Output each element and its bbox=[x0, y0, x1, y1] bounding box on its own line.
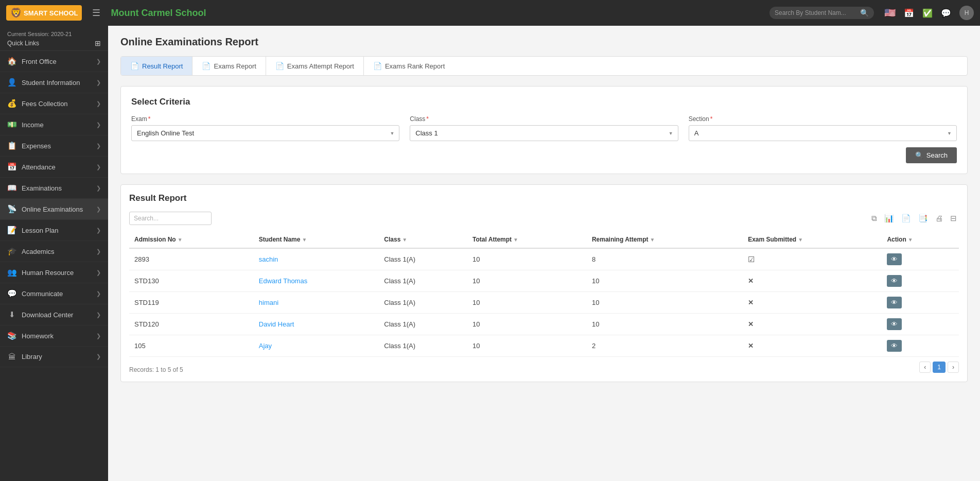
student-link[interactable]: himani bbox=[259, 299, 278, 306]
table-row: 2893 sachin Class 1(A) 10 8 ☑ 👁 bbox=[129, 248, 959, 270]
result-section: Result Report ⧉ 📊 📄 📑 🖨 ⊟ Admission No▼S… bbox=[120, 184, 968, 382]
action-cell: 👁 bbox=[882, 335, 959, 357]
remaining-attempt: 10 bbox=[587, 292, 743, 314]
table-footer: Records: 1 to 5 of 5 ‹ 1 › bbox=[129, 361, 959, 373]
remaining-attempt: 8 bbox=[587, 248, 743, 270]
tab-exams-attempt-report[interactable]: 📄 Exams Attempt Report bbox=[266, 57, 364, 75]
sidebar-item-online-examinations[interactable]: 📡 Online Examinations ❯ bbox=[0, 199, 108, 220]
class-select-wrapper: Class 1 bbox=[410, 125, 678, 141]
grid-icon[interactable]: ⊞ bbox=[95, 39, 101, 47]
sidebar-item-income[interactable]: 💵 Income ❯ bbox=[0, 114, 108, 135]
copy-icon[interactable]: ⧉ bbox=[869, 212, 879, 225]
tab-result-report[interactable]: 📄 Result Report bbox=[121, 57, 192, 75]
chevron-icon-front-office: ❯ bbox=[96, 58, 101, 65]
sidebar-item-library[interactable]: 🏛 Library ❯ bbox=[0, 347, 108, 367]
page-1-btn[interactable]: 1 bbox=[933, 362, 946, 373]
tasks-icon[interactable]: ✅ bbox=[922, 8, 933, 18]
section-select[interactable]: A bbox=[689, 125, 957, 141]
sidebar-item-attendance[interactable]: 📅 Attendance ❯ bbox=[0, 157, 108, 178]
sort-arrow: ▼ bbox=[798, 237, 803, 243]
table-row: 105 Ajay Class 1(A) 10 2 ✕ 👁 bbox=[129, 335, 959, 357]
prev-page-btn[interactable]: ‹ bbox=[919, 362, 931, 373]
sidebar-item-left-income: 💵 Income bbox=[7, 120, 44, 129]
check-icon: ☑ bbox=[748, 255, 755, 264]
tab-exams-rank-report[interactable]: 📄 Exams Rank Report bbox=[364, 57, 454, 75]
search-btn-row: 🔍 Search bbox=[131, 147, 957, 163]
table-body: 2893 sachin Class 1(A) 10 8 ☑ 👁 STD130 E… bbox=[129, 248, 959, 357]
exam-label: Exam* bbox=[131, 115, 399, 123]
chevron-icon-examinations: ❯ bbox=[96, 185, 101, 192]
class-select[interactable]: Class 1 bbox=[410, 125, 678, 141]
view-button[interactable]: 👁 bbox=[887, 275, 902, 287]
sidebar-item-download-center[interactable]: ⬇ Download Center ❯ bbox=[0, 304, 108, 325]
whatsapp-icon[interactable]: 💬 bbox=[941, 8, 951, 18]
student-link[interactable]: David Heart bbox=[259, 320, 294, 328]
sidebar-item-student-information[interactable]: 👤 Student Information ❯ bbox=[0, 72, 108, 93]
sidebar-label-communicate: Communicate bbox=[22, 290, 63, 298]
view-button[interactable]: 👁 bbox=[887, 297, 902, 308]
global-search-icon[interactable]: 🔍 bbox=[860, 9, 869, 17]
result-search-input[interactable] bbox=[129, 212, 212, 225]
student-name: himani bbox=[254, 292, 379, 314]
total-attempt: 10 bbox=[467, 292, 587, 314]
table-header-row: Admission No▼Student Name▼Class▼Total At… bbox=[129, 231, 959, 248]
student-link[interactable]: sachin bbox=[259, 255, 278, 263]
view-button[interactable]: 👁 bbox=[887, 253, 902, 265]
exam-select[interactable]: English Online Test bbox=[131, 125, 399, 141]
tab-label-exams-report: Exams Report bbox=[214, 62, 256, 70]
class-cell: Class 1(A) bbox=[379, 335, 467, 357]
view-button[interactable]: 👁 bbox=[887, 340, 902, 352]
sidebar-icon-examinations: 📖 bbox=[7, 183, 16, 193]
search-btn-icon: 🔍 bbox=[915, 151, 923, 159]
csv-icon[interactable]: 📄 bbox=[899, 212, 913, 225]
sidebar-item-left-online-examinations: 📡 Online Examinations bbox=[7, 204, 83, 214]
sidebar-item-front-office[interactable]: 🏠 Front Office ❯ bbox=[0, 51, 108, 72]
sidebar-icon-academics: 🎓 bbox=[7, 247, 16, 256]
logo[interactable]: 🦁 SMART SCHOOL bbox=[6, 5, 82, 21]
student-name: Ajay bbox=[254, 335, 379, 357]
user-avatar[interactable]: H bbox=[959, 6, 974, 20]
global-search-input[interactable] bbox=[775, 9, 857, 16]
next-page-btn[interactable]: › bbox=[948, 362, 959, 373]
sidebar-label-download-center: Download Center bbox=[22, 311, 73, 319]
sidebar-item-examinations[interactable]: 📖 Examinations ❯ bbox=[0, 178, 108, 199]
sort-arrow: ▼ bbox=[908, 237, 913, 243]
pdf-icon[interactable]: 📑 bbox=[916, 212, 930, 225]
sidebar-item-communicate[interactable]: 💬 Communicate ❯ bbox=[0, 283, 108, 304]
tab-exams-report[interactable]: 📄 Exams Report bbox=[192, 57, 266, 75]
col-remaining-attempt: Remaining Attempt▼ bbox=[587, 231, 743, 248]
student-link[interactable]: Edward Thomas bbox=[259, 277, 307, 285]
global-search-box: 🔍 bbox=[769, 7, 874, 19]
sidebar-item-expenses[interactable]: 📋 Expenses ❯ bbox=[0, 135, 108, 157]
hamburger-icon[interactable]: ☰ bbox=[92, 7, 100, 19]
exam-submitted: ✕ bbox=[743, 292, 882, 314]
flag-icon[interactable]: 🇺🇸 bbox=[884, 7, 896, 19]
print-icon[interactable]: 🖨 bbox=[933, 212, 945, 225]
exam-submitted: ✕ bbox=[743, 314, 882, 335]
sidebar-item-left-front-office: 🏠 Front Office bbox=[7, 57, 57, 66]
sidebar-item-left-academics: 🎓 Academics bbox=[7, 247, 55, 256]
sidebar-item-left-student-information: 👤 Student Information bbox=[7, 78, 80, 87]
sidebar-icon-fees-collection: 💰 bbox=[7, 99, 16, 108]
view-button[interactable]: 👁 bbox=[887, 318, 902, 330]
sidebar-label-examinations: Examinations bbox=[22, 184, 62, 192]
sidebar-item-human-resource[interactable]: 👥 Human Resource ❯ bbox=[0, 262, 108, 283]
sidebar-item-lesson-plan[interactable]: 📝 Lesson Plan ❯ bbox=[0, 220, 108, 241]
student-link[interactable]: Ajay bbox=[259, 342, 272, 350]
sidebar-icon-front-office: 🏠 bbox=[7, 57, 16, 66]
tab-icon-exams-attempt-report: 📄 bbox=[275, 62, 284, 70]
sidebar-label-expenses: Expenses bbox=[22, 142, 51, 150]
excel-icon[interactable]: 📊 bbox=[882, 212, 896, 225]
sidebar-label-front-office: Front Office bbox=[22, 58, 57, 65]
sidebar-item-left-expenses: 📋 Expenses bbox=[7, 141, 51, 150]
chevron-icon-library: ❯ bbox=[96, 353, 101, 360]
sidebar-icon-human-resource: 👥 bbox=[7, 268, 16, 277]
sidebar-item-fees-collection[interactable]: 💰 Fees Collection ❯ bbox=[0, 93, 108, 114]
columns-icon[interactable]: ⊟ bbox=[948, 212, 959, 225]
search-button[interactable]: 🔍 Search bbox=[906, 147, 957, 163]
class-cell: Class 1(A) bbox=[379, 292, 467, 314]
sidebar-item-academics[interactable]: 🎓 Academics ❯ bbox=[0, 241, 108, 262]
sidebar-item-left-library: 🏛 Library bbox=[7, 352, 42, 361]
calendar-icon[interactable]: 📅 bbox=[904, 8, 914, 18]
sidebar-item-homework[interactable]: 📚 Homework ❯ bbox=[0, 325, 108, 347]
